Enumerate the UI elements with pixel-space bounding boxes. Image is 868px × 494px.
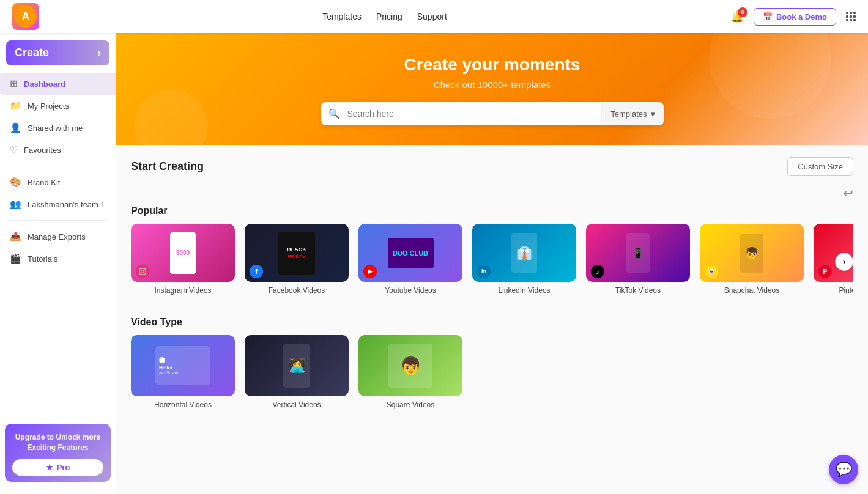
card-facebook[interactable]: BLACK FRIDAY f Facebook Videos	[245, 224, 349, 295]
thumb-square: 👦	[358, 335, 462, 396]
thumb-horizontal: Hello! am Susan	[131, 335, 235, 396]
card-square[interactable]: 👦 Square Videos	[358, 335, 462, 409]
nav-support[interactable]: Support	[417, 12, 447, 21]
card-label-vertical: Vertical Videos	[245, 400, 349, 409]
sidebar-item-tutorials[interactable]: 🎬 Tutorials	[0, 248, 116, 270]
tiktok-badge: ♪	[591, 265, 604, 278]
card-label-youtube: Youtube Videos	[358, 286, 462, 295]
card-horizontal[interactable]: Hello! am Susan Horizontal Videos	[131, 335, 235, 409]
star-icon: ★	[46, 463, 53, 472]
card-thumb-snapchat: 👦 👻	[700, 224, 804, 282]
svg-point-3	[141, 270, 144, 273]
upgrade-text: Upgrade to Unlock more Exciting Features	[12, 432, 103, 453]
sidebar-item-my-projects[interactable]: 📁 My Projects	[0, 95, 116, 117]
sidebar-item-manage-exports[interactable]: 📤 Manage Exports	[0, 226, 116, 248]
search-bar: 🔍 Templates ▾	[321, 102, 664, 125]
facebook-badge: f	[250, 265, 263, 278]
card-vertical[interactable]: 👩‍💻 Vertical Videos	[245, 335, 349, 409]
nav-pricing[interactable]: Pricing	[376, 12, 402, 21]
sidebar-item-dashboard[interactable]: ⊞ Dashboard	[0, 73, 116, 95]
card-label-square: Square Videos	[358, 400, 462, 409]
start-creating-title: Start Creating	[131, 160, 204, 173]
card-youtube[interactable]: DUO CLUB ▶ Youtube Videos	[358, 224, 462, 295]
search-dropdown[interactable]: Templates ▾	[601, 103, 663, 125]
sidebar-nav: ⊞ Dashboard 📁 My Projects 👤 Shared with …	[0, 73, 116, 418]
hero-decor-2	[709, 33, 831, 119]
chat-bubble[interactable]: 💬	[829, 455, 858, 484]
svg-point-4	[144, 270, 145, 271]
main-content: Create your moments Check out 10000+ tem…	[116, 33, 868, 494]
snapchat-badge: 👻	[705, 265, 718, 278]
card-snapchat[interactable]: 👦 👻 Snapchat Videos	[700, 224, 804, 295]
start-creating-header: Start Creating Custom Size	[131, 157, 853, 176]
back-arrow[interactable]: ↩	[131, 186, 853, 201]
card-linkedin[interactable]: 👔 in LinkedIn Videos	[472, 224, 576, 295]
svg-text:A: A	[22, 10, 30, 23]
sidebar-item-shared-with-me[interactable]: 👤 Shared with me	[0, 117, 116, 139]
video-type-cards-row: Hello! am Susan Horizontal Videos 👩‍💻	[131, 335, 853, 414]
sidebar-item-brand-kit[interactable]: 🎨 Brand Kit	[0, 171, 116, 193]
logo-icon: A	[12, 3, 39, 30]
notification-badge: 6	[738, 7, 747, 17]
card-label-horizontal: Horizontal Videos	[131, 400, 235, 409]
top-nav-right: 🔔 6 📅 Book a Demo	[730, 8, 856, 26]
upgrade-card: Upgrade to Unlock more Exciting Features…	[5, 424, 111, 482]
dashboard-icon: ⊞	[10, 78, 18, 89]
nav-templates[interactable]: Templates	[322, 12, 362, 21]
top-nav: A Templates Pricing Support 🔔 6 📅 Book a…	[0, 0, 868, 33]
sidebar: Create › ⊞ Dashboard 📁 My Projects 👤 Sha…	[0, 33, 116, 494]
book-demo-button[interactable]: 📅 Book a Demo	[754, 8, 836, 26]
thumb-vertical: 👩‍💻	[245, 335, 349, 396]
card-tiktok[interactable]: 📱 ♪ TikTok Videos	[586, 224, 690, 295]
video-type-section: Video Type Hello! am Susan Horizontal Vi…	[131, 317, 853, 414]
card-thumb-instagram: 5000	[131, 224, 235, 282]
content-area: Start Creating Custom Size ↩ Popular 500…	[116, 145, 868, 443]
nav-links: Templates Pricing Support	[322, 12, 447, 21]
card-label-instagram: Instagram Videos	[131, 286, 235, 295]
popular-cards-row: 5000 Instagram Videos BLACK	[131, 224, 853, 300]
popular-title: Popular	[131, 205, 853, 216]
tutorials-icon: 🎬	[10, 253, 21, 264]
logo: A	[12, 3, 39, 30]
grid-apps-icon[interactable]	[846, 12, 856, 21]
linkedin-badge: in	[477, 265, 491, 278]
sidebar-divider-1	[7, 166, 108, 166]
sidebar-divider-2	[7, 220, 108, 221]
popular-section: Popular 5000 Instagram Videos	[131, 205, 853, 300]
card-label-pinterest: Pinterest Videos	[814, 286, 853, 295]
team-icon: 👥	[10, 199, 21, 210]
folder-icon: 📁	[10, 100, 21, 111]
user-icon: 👤	[10, 122, 21, 133]
card-label-linkedin: LinkedIn Videos	[472, 286, 576, 295]
export-icon: 📤	[10, 231, 21, 242]
svg-rect-2	[139, 268, 146, 275]
card-thumb-facebook: BLACK FRIDAY f	[245, 224, 349, 282]
youtube-badge: ▶	[363, 265, 377, 278]
pro-button[interactable]: ★ Pro	[12, 459, 103, 476]
search-input[interactable]	[347, 102, 602, 125]
card-label-snapchat: Snapchat Videos	[700, 286, 804, 295]
card-label-facebook: Facebook Videos	[245, 286, 349, 295]
pinterest-badge: P	[818, 265, 832, 278]
brand-icon: 🎨	[10, 177, 21, 188]
calendar-icon: 📅	[763, 12, 773, 21]
chat-icon: 💬	[836, 462, 852, 477]
custom-size-button[interactable]: Custom Size	[787, 157, 853, 176]
notification-button[interactable]: 🔔 6	[730, 10, 744, 23]
hero-banner: Create your moments Check out 10000+ tem…	[116, 33, 868, 145]
create-chevron-icon: ›	[97, 46, 101, 59]
search-icon: 🔍	[321, 108, 347, 119]
card-thumb-tiktok: 📱 ♪	[586, 224, 690, 282]
card-instagram[interactable]: 5000 Instagram Videos	[131, 224, 235, 295]
sidebar-item-team[interactable]: 👥 Lakshmanan's team 1	[0, 193, 116, 215]
popular-row-chevron[interactable]: ›	[835, 253, 853, 271]
card-thumb-youtube: DUO CLUB ▶	[358, 224, 462, 282]
sidebar-item-favourites[interactable]: ♡ Favourites	[0, 139, 116, 161]
card-label-tiktok: TikTok Videos	[586, 286, 690, 295]
app-layout: Create › ⊞ Dashboard 📁 My Projects 👤 Sha…	[0, 33, 868, 494]
create-button[interactable]: Create ›	[6, 40, 109, 65]
card-thumb-linkedin: 👔 in	[472, 224, 576, 282]
instagram-badge	[136, 265, 149, 278]
hero-decor-1	[135, 90, 208, 145]
chevron-down-icon: ▾	[651, 109, 655, 119]
